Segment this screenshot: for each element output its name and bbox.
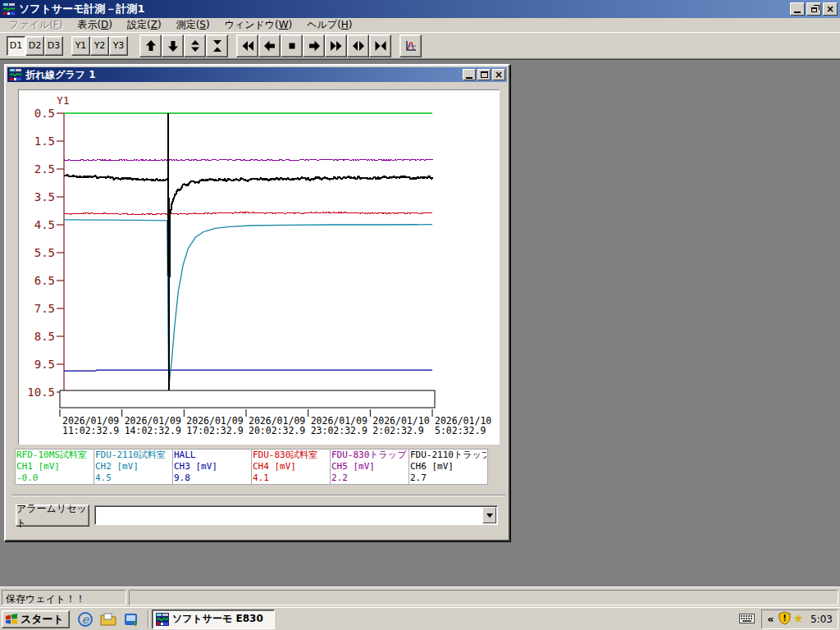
combobox-dropdown-button[interactable]: [482, 507, 496, 523]
main-window-title: ソフトサーモ計測－計測1: [19, 2, 788, 16]
svg-text:11:02:32.9: 11:02:32.9: [62, 425, 119, 436]
tray-clock: 5:03: [810, 614, 833, 625]
scroll-down-button[interactable]: [162, 34, 184, 57]
svg-text:!: !: [783, 614, 787, 623]
menu-h[interactable]: ヘルプ(H): [299, 17, 359, 33]
legend-cell: HALLCH3 [mV]9.8: [172, 449, 252, 485]
show-desktop-icon[interactable]: [99, 610, 117, 628]
svg-text:e: e: [82, 613, 89, 626]
legend-channel-value: 9.8: [174, 472, 250, 484]
combobox-value: [95, 506, 482, 524]
compress-horizontal-button[interactable]: [369, 34, 391, 57]
close-button[interactable]: ×: [823, 2, 838, 16]
restore-button[interactable]: [806, 2, 821, 16]
graph-close-button[interactable]: ×: [492, 69, 505, 80]
data-d2-button[interactable]: D2: [25, 36, 44, 56]
system-tray: « ! ★ 5:03: [739, 609, 838, 629]
menu-f[interactable]: ファイル(F): [2, 17, 70, 33]
stop-button[interactable]: [281, 34, 303, 57]
keyboard-language-icon[interactable]: [739, 612, 755, 626]
legend-cell: FDU-2110試料室CH2 [mV]4.5: [94, 449, 173, 485]
chart-svg: Y10.51.52.53.54.55.56.57.58.59.510.52026…: [19, 90, 499, 444]
chart-panel: Y10.51.52.53.54.55.56.57.58.59.510.52026…: [18, 89, 500, 445]
legend-channel-name: FDU-830トラップ: [331, 450, 408, 461]
taskbar-divider: [148, 610, 149, 628]
axis-y3-button[interactable]: Y3: [109, 36, 128, 56]
legend-channel-unit: CH4 [mV]: [253, 461, 329, 472]
legend-channel-value: 4.5: [95, 472, 171, 484]
expand-vertical-button[interactable]: [184, 34, 206, 57]
graph-window: 折れ線グラフ 1 × Y10.51.52.53.54.55.56.57.58.5…: [4, 64, 510, 541]
quick-launch: e: [76, 610, 145, 628]
chevron-down-icon: [486, 514, 493, 518]
alarm-combobox[interactable]: [94, 505, 498, 525]
security-shield-icon[interactable]: !: [778, 611, 792, 628]
status-secondary: [129, 590, 838, 605]
graph-settings-button[interactable]: [399, 34, 422, 57]
fast-forward-button[interactable]: [325, 34, 347, 57]
taskbar: スタート e ソフトサーモ E830: [0, 607, 840, 630]
scroll-up-button[interactable]: [139, 34, 162, 57]
svg-text:17:02:32.9: 17:02:32.9: [186, 425, 243, 436]
svg-text:6.5: 6.5: [34, 274, 55, 287]
status-message: 保存ウェイト！！: [2, 590, 126, 605]
svg-text:4.5: 4.5: [34, 218, 55, 231]
legend-cell: FDU-830トラップCH5 [mV]2.2: [330, 449, 409, 485]
tray-chevron[interactable]: «: [767, 613, 774, 625]
minimize-button[interactable]: [790, 2, 805, 16]
menu-z[interactable]: 設定(Z): [120, 17, 169, 33]
task-button-softthermo[interactable]: ソフトサーモ E830: [152, 609, 275, 629]
svg-text:1.5: 1.5: [34, 135, 55, 148]
legend-channel-unit: CH3 [mV]: [174, 461, 250, 472]
expand-horizontal-button[interactable]: [347, 34, 369, 57]
svg-text:2.5: 2.5: [34, 162, 55, 176]
svg-text:5.5: 5.5: [34, 246, 55, 259]
svg-text:10.5: 10.5: [27, 386, 55, 399]
svg-text:23:02:32.9: 23:02:32.9: [311, 425, 368, 436]
graph-window-title: 折れ線グラフ 1: [25, 68, 461, 82]
star-icon[interactable]: ★: [793, 613, 804, 625]
svg-text:20:02:32.9: 20:02:32.9: [249, 425, 305, 436]
step-left-button[interactable]: [258, 34, 281, 57]
graph-maximize-button[interactable]: [477, 69, 491, 80]
app-icon: [2, 2, 16, 16]
svg-text:Y1: Y1: [57, 94, 70, 107]
legend-cell: RFD-10MS試料室CH1 [mV]-0.0: [15, 449, 94, 485]
legend-channel-name: FDU-2110試料室: [95, 450, 171, 461]
graph-minimize-button[interactable]: [463, 69, 476, 80]
menu-d[interactable]: 表示(D): [70, 17, 120, 33]
toolbar: D1D2D3 Y1Y2Y3: [0, 33, 840, 59]
graph-window-title-bar: 折れ線グラフ 1 ×: [7, 67, 507, 82]
tray-panel: « ! ★ 5:03: [761, 609, 838, 629]
legend-channel-value: -0.0: [16, 472, 93, 484]
internet-explorer-icon[interactable]: e: [76, 610, 94, 628]
data-d1-button[interactable]: D1: [7, 36, 25, 56]
legend-channel-value: 2.7: [410, 472, 486, 484]
windows-logo-icon: [5, 613, 18, 625]
graph-window-icon: [9, 68, 22, 81]
legend-channel-unit: CH6 [mV]: [410, 461, 486, 472]
data-d3-button[interactable]: D3: [44, 36, 63, 56]
svg-text:0.5: 0.5: [34, 107, 55, 120]
compress-vertical-button[interactable]: [206, 34, 228, 57]
axis-y2-button[interactable]: Y2: [90, 36, 109, 56]
svg-text:7.5: 7.5: [34, 302, 55, 315]
step-right-button[interactable]: [303, 34, 325, 57]
start-button[interactable]: スタート: [2, 610, 70, 628]
alarm-reset-button[interactable]: アラームリセット: [16, 504, 89, 527]
legend-channel-name: RFD-10MS試料室: [16, 450, 93, 461]
menu-w[interactable]: ウィンドウ(W): [217, 17, 300, 33]
task-button-icon: [156, 613, 169, 626]
fast-rewind-button[interactable]: [236, 34, 258, 57]
axis-y1-button[interactable]: Y1: [71, 36, 90, 56]
legend-channel-unit: CH1 [mV]: [16, 461, 93, 472]
legend-channel-value: 4.1: [253, 472, 329, 484]
svg-text:8.5: 8.5: [34, 330, 55, 343]
main-title-bar: ソフトサーモ計測－計測1 ×: [0, 0, 840, 18]
svg-text:9.5: 9.5: [34, 358, 55, 371]
menu-s[interactable]: 測定(S): [169, 17, 217, 33]
outlook-express-icon[interactable]: [122, 610, 140, 628]
status-bar: 保存ウェイト！！: [0, 587, 840, 607]
legend-channel-name: FDU-830試料室: [253, 450, 329, 461]
svg-text:5:02:32.9: 5:02:32.9: [435, 425, 486, 436]
